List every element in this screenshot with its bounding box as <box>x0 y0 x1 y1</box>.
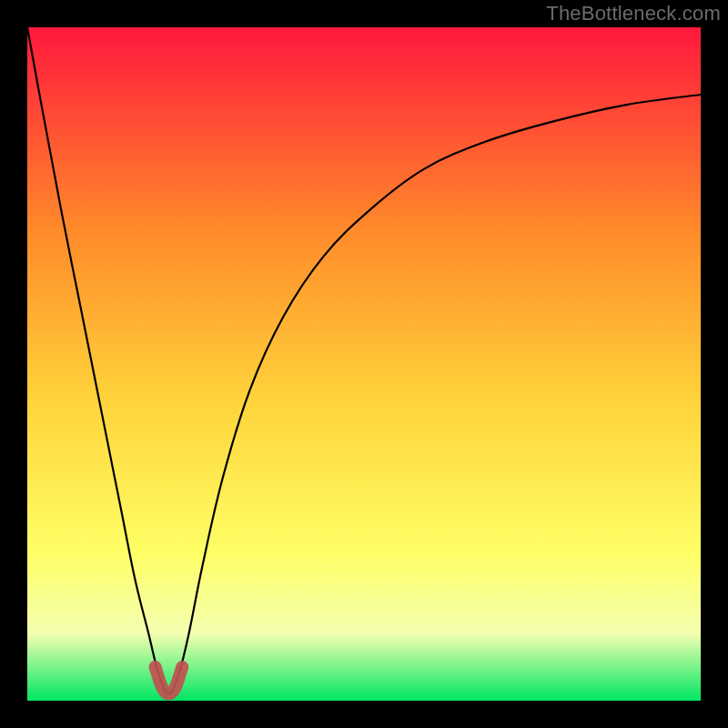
bottleneck-chart <box>27 27 701 701</box>
gradient-background <box>27 27 701 701</box>
plot-area <box>27 27 701 701</box>
watermark-label: TheBottleneck.com <box>546 2 721 25</box>
chart-container: TheBottleneck.com <box>0 0 728 728</box>
